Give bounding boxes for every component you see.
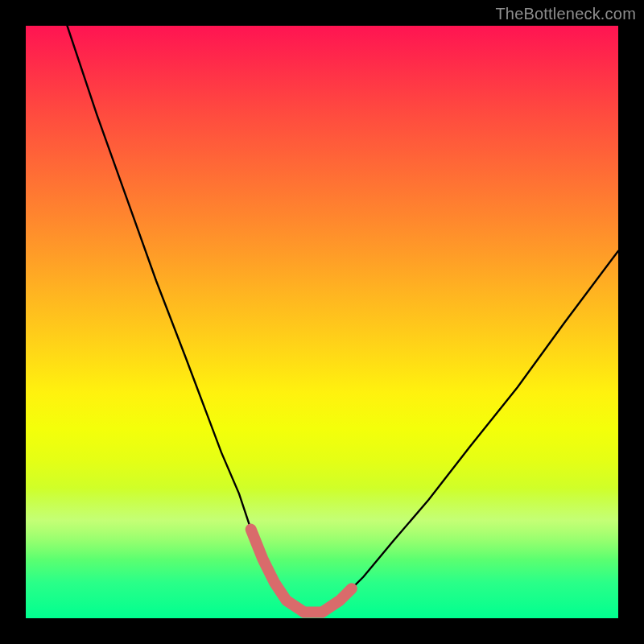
curve-svg [26,26,618,618]
bottleneck-curve [68,26,619,613]
watermark-text: TheBottleneck.com [495,5,636,23]
plot-area [26,26,618,618]
trough-highlight [251,530,352,613]
chart-frame: TheBottleneck.com [0,0,644,644]
